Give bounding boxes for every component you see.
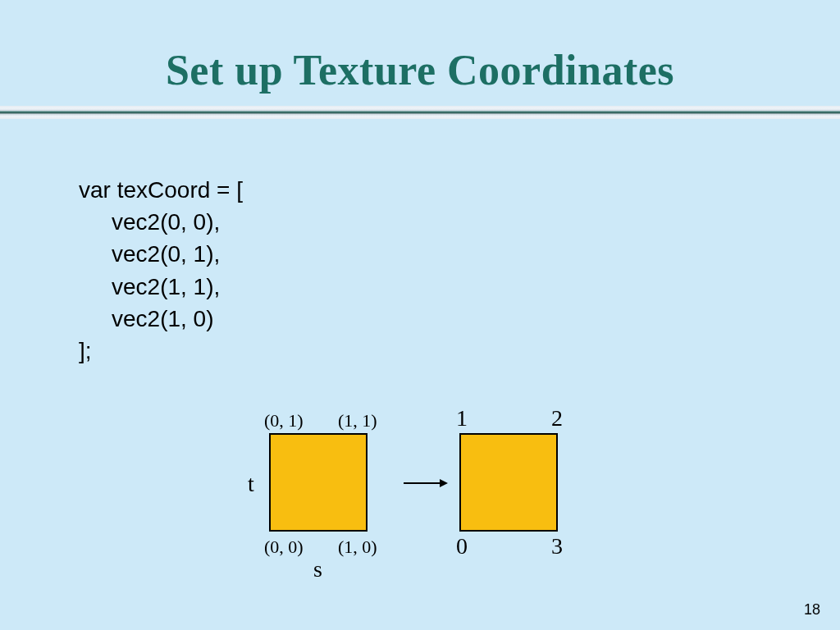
coord-label: (0, 1) bbox=[264, 410, 304, 431]
texture-square bbox=[269, 433, 368, 532]
vertex-label: 0 bbox=[456, 533, 468, 559]
vertex-label: 3 bbox=[551, 533, 563, 559]
vertex-label: 2 bbox=[551, 405, 563, 431]
code-line: vec2(1, 0) bbox=[79, 303, 243, 335]
svg-marker-1 bbox=[440, 479, 448, 487]
code-line: vec2(1, 1), bbox=[79, 271, 243, 303]
page-number: 18 bbox=[804, 601, 820, 619]
axis-s-label: s bbox=[313, 556, 322, 582]
code-line: ]; bbox=[79, 335, 243, 367]
diagram: (0, 1) (1, 1) (0, 0) (1, 0) t s 1 2 0 3 bbox=[246, 410, 656, 599]
axis-t-label: t bbox=[248, 471, 254, 497]
arrow-icon bbox=[402, 477, 448, 489]
coord-label: (1, 1) bbox=[338, 410, 377, 431]
index-square bbox=[459, 433, 558, 532]
coord-label: (0, 0) bbox=[264, 536, 304, 558]
code-line: var texCoord = [ bbox=[79, 174, 243, 206]
code-block: var texCoord = [ vec2(0, 0), vec2(0, 1),… bbox=[79, 174, 243, 367]
code-line: vec2(0, 0), bbox=[79, 206, 243, 238]
divider bbox=[0, 106, 840, 119]
vertex-label: 1 bbox=[456, 405, 468, 431]
coord-label: (1, 0) bbox=[338, 536, 377, 558]
code-line: vec2(0, 1), bbox=[79, 238, 243, 270]
slide-title: Set up Texture Coordinates bbox=[0, 0, 840, 94]
